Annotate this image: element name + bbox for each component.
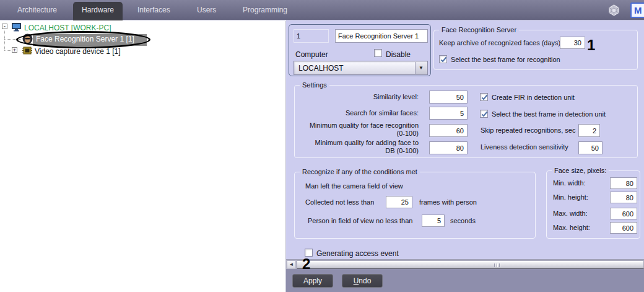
m-badge[interactable]: M: [630, 2, 644, 18]
top-menu-bar: Architecture Hardware Interfaces Users P…: [0, 0, 644, 20]
max-width-field[interactable]: [610, 208, 637, 219]
max-width-label: Max. width:: [553, 210, 588, 217]
face-recognition-server-group-title: Face Recognition Server: [439, 26, 519, 33]
similarity-level-label: Similarity level:: [306, 93, 419, 101]
recognize-conditions-group-title: Recognize if any of the conditions met: [300, 168, 420, 175]
button-strip: Apply Undo: [286, 269, 644, 292]
man-left-view-label: Man left the camera field of view: [305, 182, 403, 190]
application-window: Architecture Hardware Interfaces Users P…: [0, 0, 644, 292]
computer-combobox-value: LOCALHOST: [298, 64, 344, 73]
horizontal-scrollbar[interactable]: ◄: [286, 259, 644, 269]
annotation-number-1: 1: [587, 37, 595, 54]
collapse-expander-icon[interactable]: -: [2, 24, 7, 29]
search-similar-faces-label: Search for similar faces:: [306, 109, 419, 117]
recognize-conditions-group: Recognize if any of the conditions met M…: [294, 172, 536, 239]
apply-button[interactable]: Apply: [292, 274, 333, 288]
settings-gear-icon[interactable]: [608, 4, 620, 19]
undo-button[interactable]: Undo: [342, 274, 383, 288]
settings-group-title: Settings: [300, 81, 329, 89]
video-capture-icon: [22, 46, 32, 58]
menu-item-hardware-active-tab[interactable]: Hardware: [73, 2, 123, 20]
settings-panel: Computer Disable LOCALHOST ▼ Face Recogn…: [286, 20, 644, 292]
chevron-down-icon[interactable]: ▼: [415, 62, 427, 74]
person-in-view-field[interactable]: [422, 215, 445, 227]
liveness-sensitivity-label: Liveness detection sensitivity: [481, 143, 568, 151]
create-fir-label: Create FIR in detection unit: [492, 94, 575, 101]
thumb-grip-icon: [499, 263, 500, 267]
face-size-group-title: Face size, pixels:: [552, 167, 609, 174]
archive-days-field[interactable]: [560, 37, 585, 49]
hardware-tree-panel: - LOCALHOST [WORK-PC] Face Recognition S…: [0, 21, 285, 292]
liveness-sensitivity-field[interactable]: [578, 141, 603, 154]
check-icon: [440, 56, 447, 63]
tree-item-video-capture-device[interactable]: Video capture device 1 [1]: [35, 47, 121, 56]
expand-expander-icon[interactable]: +: [12, 47, 17, 53]
computer-icon: [11, 22, 22, 34]
best-frame-detection-label: Select the best frame in detection unit: [492, 110, 606, 118]
tree-connector: [4, 50, 11, 51]
collected-frames-suffix-label: frames with person: [419, 198, 477, 206]
person-in-view-prefix-label: Person in field of view no less than: [308, 217, 412, 224]
menu-item-programming[interactable]: Programming: [243, 6, 287, 14]
computer-label: Computer: [295, 50, 328, 59]
identity-group: Computer Disable LOCALHOST ▼: [289, 24, 431, 76]
min-quality-db-field[interactable]: [429, 141, 468, 154]
create-fir-checkbox[interactable]: [480, 93, 488, 101]
similarity-level-field[interactable]: [429, 91, 468, 104]
object-id-field[interactable]: [294, 29, 329, 43]
object-name-field[interactable]: [335, 29, 428, 43]
check-icon: [481, 111, 488, 118]
min-width-label: Min. width:: [553, 179, 586, 187]
scrollbar-thumb[interactable]: [297, 260, 644, 269]
person-in-view-suffix-label: seconds: [450, 217, 476, 224]
min-height-field[interactable]: [610, 192, 637, 203]
best-frame-recognition-checkbox[interactable]: [439, 55, 447, 63]
max-height-field[interactable]: [610, 222, 637, 234]
disable-checkbox[interactable]: [374, 49, 382, 57]
min-quality-db-label: Minimum quality for adding face to DB (0…: [306, 139, 419, 155]
scroll-left-arrow-icon[interactable]: ◄: [287, 261, 295, 268]
thumb-grip-icon: [494, 263, 495, 267]
min-height-label: Min. height:: [553, 193, 588, 201]
menu-item-interfaces[interactable]: Interfaces: [137, 6, 170, 14]
thumb-grip-icon: [497, 263, 498, 267]
apply-button-label: Apply: [303, 277, 322, 285]
menu-item-hardware[interactable]: Hardware: [73, 6, 123, 14]
max-height-label: Max. height:: [553, 224, 590, 231]
menu-item-architecture[interactable]: Architecture: [17, 6, 57, 14]
generating-access-event-label: Generating access event: [316, 249, 399, 258]
min-quality-recognition-label: Minimum quality for face recognition (0-…: [306, 122, 419, 138]
check-icon: [481, 94, 488, 101]
best-frame-detection-checkbox[interactable]: [480, 110, 488, 118]
collected-frames-field[interactable]: [386, 196, 412, 208]
disable-label: Disable: [386, 50, 411, 59]
best-frame-recognition-label: Select the best frame for recognition: [451, 56, 560, 63]
skip-repeated-field[interactable]: [578, 124, 600, 137]
undo-button-label-underline: U: [354, 277, 359, 285]
skip-repeated-label: Skip repeated recognitions, sec: [481, 126, 575, 134]
menu-item-users[interactable]: Users: [197, 6, 216, 14]
annotation-ellipse: [16, 31, 150, 48]
computer-combobox[interactable]: LOCALHOST ▼: [294, 61, 428, 75]
archive-days-label: Keep archive of recognized faces (days):: [439, 39, 562, 46]
min-quality-recognition-field[interactable]: [429, 124, 468, 137]
annotation-number-2: 2: [302, 255, 310, 273]
collected-frames-prefix-label: Collected not less than: [305, 198, 374, 206]
settings-group: Settings Similarity level: Search for si…: [294, 85, 638, 158]
min-width-field[interactable]: [610, 177, 637, 189]
face-size-group: Face size, pixels: Min. width: Min. heig…: [546, 170, 640, 239]
undo-button-label: ndo: [359, 277, 371, 285]
search-similar-faces-field[interactable]: [429, 107, 468, 120]
face-recognition-server-group: Face Recognition Server Keep archive of …: [433, 30, 638, 70]
